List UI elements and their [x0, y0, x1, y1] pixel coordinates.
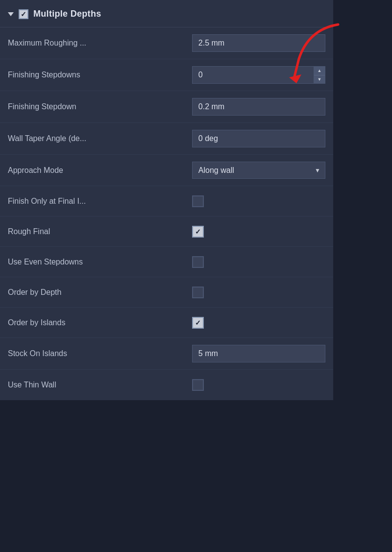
- label-use-thin-wall: Use Thin Wall: [8, 381, 192, 389]
- row-stock-on-islands: Stock On Islands: [0, 338, 333, 370]
- checkmark-rough-final-icon: ✓: [195, 228, 201, 235]
- row-finishing-stepdown: Finishing Stepdown: [0, 91, 333, 123]
- spinner-up-finishing-stepdowns[interactable]: ▲: [314, 67, 325, 75]
- label-order-by-islands: Order by Islands: [8, 318, 192, 327]
- control-finishing-stepdowns: ▲ ▼: [192, 66, 325, 84]
- section-enable-checkbox[interactable]: ✓: [19, 9, 28, 19]
- label-finishing-stepdowns: Finishing Stepdowns: [8, 71, 192, 79]
- row-use-even-stepdowns: Use Even Stepdowns: [0, 247, 333, 277]
- multiple-depths-panel: ✓ Multiple Depths Maximum Roughing ... F…: [0, 0, 333, 400]
- label-rough-final: Rough Final: [8, 227, 192, 236]
- checkmark-order-by-islands-icon: ✓: [195, 319, 201, 326]
- checkbox-order-by-islands[interactable]: ✓: [192, 317, 204, 329]
- label-maximum-roughing: Maximum Roughing ...: [8, 39, 192, 48]
- input-finishing-stepdowns[interactable]: [192, 66, 314, 84]
- section-checkmark-icon: ✓: [21, 11, 26, 18]
- control-wall-taper-angle: [192, 130, 325, 147]
- checkbox-finish-only-final[interactable]: [192, 195, 204, 207]
- label-wall-taper-angle: Wall Taper Angle (de...: [8, 134, 192, 143]
- input-maximum-roughing[interactable]: [192, 34, 325, 52]
- control-approach-mode: Along wall Plunge Ramp: [192, 162, 325, 179]
- control-maximum-roughing: [192, 34, 325, 52]
- label-approach-mode: Approach Mode: [8, 166, 192, 175]
- control-stock-on-islands: [192, 345, 325, 362]
- spinner-buttons-finishing-stepdowns: ▲ ▼: [314, 66, 325, 84]
- section-title: Multiple Depths: [33, 9, 101, 19]
- label-finish-only-final: Finish Only at Final I...: [8, 197, 192, 206]
- row-maximum-roughing: Maximum Roughing ...: [0, 27, 333, 59]
- control-finishing-stepdown: [192, 98, 325, 116]
- input-finishing-stepdown[interactable]: [192, 98, 325, 116]
- input-wall-taper-angle[interactable]: [192, 130, 325, 147]
- select-wrapper-approach-mode: Along wall Plunge Ramp: [192, 162, 325, 179]
- label-finishing-stepdown: Finishing Stepdown: [8, 102, 192, 111]
- row-rough-final: Rough Final ✓: [0, 216, 333, 247]
- label-stock-on-islands: Stock On Islands: [8, 349, 192, 358]
- input-stock-on-islands[interactable]: [192, 345, 325, 362]
- control-use-even-stepdowns: [192, 256, 325, 268]
- select-approach-mode[interactable]: Along wall Plunge Ramp: [192, 162, 325, 179]
- row-finishing-stepdowns: Finishing Stepdowns ▲ ▼: [0, 59, 333, 91]
- collapse-arrow-icon[interactable]: [8, 12, 14, 16]
- checkbox-use-thin-wall[interactable]: [192, 379, 204, 391]
- spinner-down-finishing-stepdowns[interactable]: ▼: [314, 75, 325, 84]
- checkbox-rough-final[interactable]: ✓: [192, 226, 204, 238]
- control-finish-only-final: [192, 195, 325, 207]
- row-order-by-islands: Order by Islands ✓: [0, 308, 333, 338]
- row-use-thin-wall: Use Thin Wall: [0, 370, 333, 400]
- control-rough-final: ✓: [192, 226, 325, 238]
- label-use-even-stepdowns: Use Even Stepdowns: [8, 258, 192, 266]
- control-use-thin-wall: [192, 379, 325, 391]
- row-wall-taper-angle: Wall Taper Angle (de...: [0, 123, 333, 155]
- row-order-by-depth: Order by Depth: [0, 277, 333, 308]
- form-rows: Maximum Roughing ... Finishing Stepdowns…: [0, 27, 333, 400]
- control-order-by-depth: [192, 287, 325, 298]
- label-order-by-depth: Order by Depth: [8, 288, 192, 297]
- checkbox-use-even-stepdowns[interactable]: [192, 256, 204, 268]
- row-finish-only-final: Finish Only at Final I...: [0, 186, 333, 216]
- section-header: ✓ Multiple Depths: [0, 0, 333, 27]
- control-order-by-islands: ✓: [192, 317, 325, 329]
- row-approach-mode: Approach Mode Along wall Plunge Ramp: [0, 155, 333, 186]
- checkbox-order-by-depth[interactable]: [192, 287, 204, 298]
- spinner-wrapper-finishing-stepdowns: ▲ ▼: [192, 66, 325, 84]
